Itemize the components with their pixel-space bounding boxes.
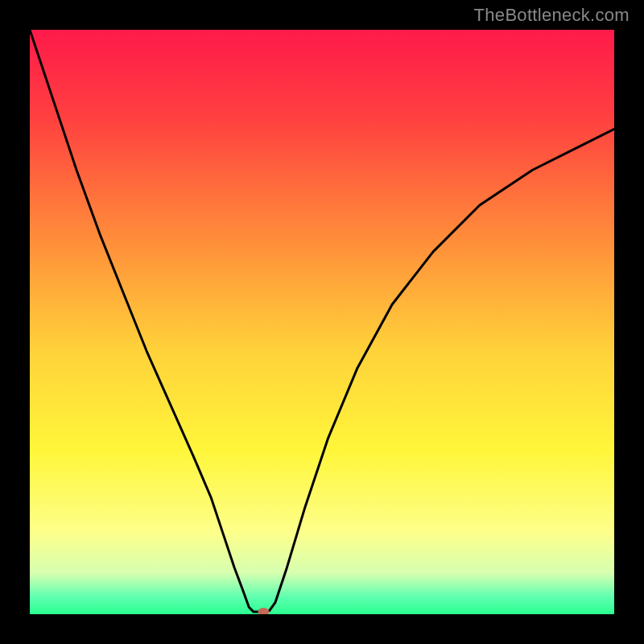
chart-container: TheBottleneck.com	[0, 0, 644, 644]
plot-area	[30, 30, 614, 614]
watermark-text: TheBottleneck.com	[474, 5, 630, 26]
gradient-background	[30, 30, 614, 614]
chart-svg	[30, 30, 614, 614]
